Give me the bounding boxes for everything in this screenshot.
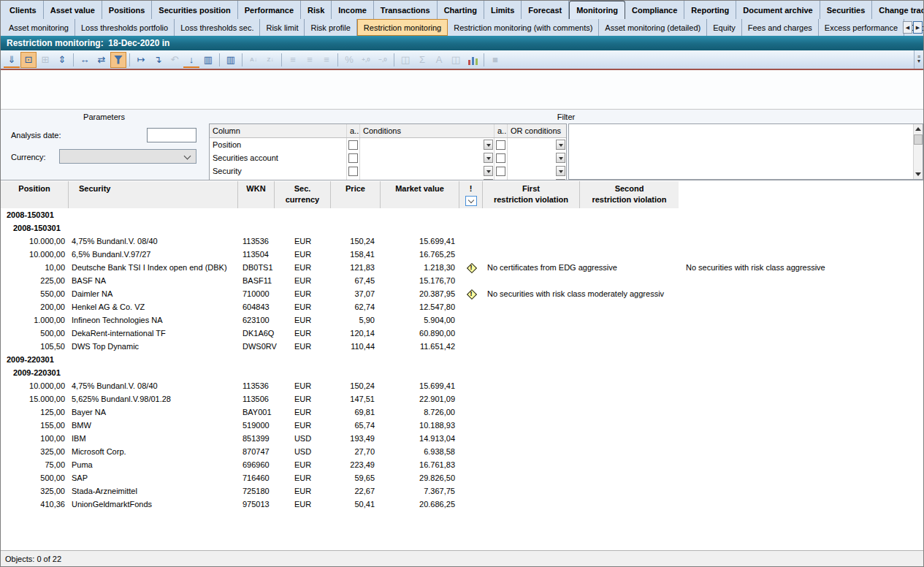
tab-asset-value[interactable]: Asset value: [44, 1, 102, 19]
tab-forecast[interactable]: Forecast: [522, 1, 569, 19]
table-row[interactable]: 500,00SAP716460EUR59,6529.826,50: [1, 471, 923, 484]
table-row[interactable]: 125,00Bayer NABAY001EUR69,818.726,00: [1, 406, 923, 419]
table-row[interactable]: 1.000,00Infineon Technologies NA623100EU…: [1, 313, 923, 327]
header-warning[interactable]: !: [459, 181, 483, 208]
filter-col-column: Column: [210, 124, 347, 137]
table-row[interactable]: 10,00Deutsche Bank TSI I Index open end …: [1, 261, 923, 274]
checkbox[interactable]: [496, 153, 505, 163]
tab-charting[interactable]: Charting: [438, 1, 484, 19]
dropdown-arrow-icon[interactable]: [556, 153, 565, 163]
tab-change-tracking[interactable]: Change tracking: [872, 1, 924, 19]
group-row[interactable]: 2008-150301: [1, 221, 923, 235]
group-row[interactable]: 2009-220301: [1, 353, 923, 366]
dropdown-arrow-icon[interactable]: [484, 140, 493, 150]
shift-down-icon[interactable]: ↴: [150, 52, 166, 68]
checkbox[interactable]: [496, 167, 505, 176]
drilldown-icon[interactable]: ↓: [183, 53, 199, 68]
freeze-columns-icon[interactable]: ▥: [223, 52, 239, 68]
scroll-down-icon[interactable]: [914, 170, 923, 179]
table-row[interactable]: 15.000,005,625% Bundanl.V.98/01.28113506…: [1, 392, 923, 406]
table-row[interactable]: 410,36UnionGeldmarktFonds975013EUR50,412…: [1, 498, 923, 511]
table-row[interactable]: 500,00DekaRent-international TFDK1A6QEUR…: [1, 327, 923, 340]
checkbox[interactable]: [348, 167, 358, 176]
auto-size-icon[interactable]: ↔: [77, 52, 93, 68]
tab-monitoring[interactable]: Monitoring: [569, 1, 625, 19]
header-price[interactable]: Price: [331, 181, 381, 208]
cell-price: 27,70: [331, 445, 375, 458]
scroll-up-icon[interactable]: [914, 124, 923, 134]
table-row[interactable]: 325,00Microsoft Corp.870747USD27,706.938…: [1, 445, 923, 458]
swap-icon[interactable]: ⇄: [93, 52, 110, 68]
table-row[interactable]: 10.000,004,75% Bundanl.V. 08/40113536EUR…: [1, 379, 923, 392]
subtab-fees-and-charges[interactable]: Fees and charges: [742, 19, 819, 36]
table-row[interactable]: 200,00Henkel AG & Co. VZ604843EUR62,7412…: [1, 300, 923, 313]
dropdown-arrow-icon[interactable]: [556, 166, 565, 176]
export-icon[interactable]: ⇓: [4, 53, 20, 68]
subtab-restriction-monitoring-with-comments[interactable]: Restriction monitoring (with comments): [448, 19, 599, 36]
header-second-violation[interactable]: Secondrestriction violation: [580, 181, 679, 208]
hierarchy-icon[interactable]: ▥: [200, 52, 216, 68]
table-row[interactable]: 100,00IBM851399USD193,4914.913,04: [1, 432, 923, 445]
group-row[interactable]: 2009-220301: [1, 366, 923, 379]
dropdown-arrow-icon[interactable]: [484, 166, 493, 176]
tab-positions[interactable]: Positions: [102, 1, 153, 19]
checkbox[interactable]: [348, 140, 358, 150]
tab-limits[interactable]: Limits: [484, 1, 522, 19]
subtab-risk-limit[interactable]: Risk limit: [260, 19, 305, 36]
header-position[interactable]: Position: [1, 181, 69, 208]
chart-icon[interactable]: [465, 52, 481, 68]
subtab-loss-thresholds-portfolio[interactable]: Loss thresholds portfolio: [75, 19, 175, 36]
filter-icon[interactable]: [110, 52, 126, 68]
scrollbar-thumb[interactable]: [914, 134, 923, 145]
subtab-asset-monitoring[interactable]: Asset monitoring: [3, 19, 75, 36]
header-sec-currency[interactable]: Sec.currency: [275, 181, 331, 208]
dropdown-arrow-icon[interactable]: [556, 140, 565, 150]
tab-risk[interactable]: Risk: [301, 1, 332, 19]
table-row[interactable]: 10.000,006,5% Bundanl.V.97/27113504EUR15…: [1, 248, 923, 261]
tab-securities-position[interactable]: Securities position: [152, 1, 237, 19]
table-row[interactable]: 325,00Stada-Arzneimittel725180EUR22,677.…: [1, 484, 923, 498]
filter-scrollbar[interactable]: [913, 124, 923, 179]
table-row[interactable]: 75,00Puma696960EUR223,4916.761,83: [1, 458, 923, 471]
tab-reporting[interactable]: Reporting: [684, 1, 736, 19]
tab-compliance[interactable]: Compliance: [625, 1, 684, 19]
expand-rows-icon[interactable]: ⇕: [54, 52, 70, 68]
header-wkn[interactable]: WKN: [238, 181, 275, 208]
subtab-restriction-monitoring[interactable]: Restriction monitoring: [357, 19, 448, 36]
cell-currency: EUR: [275, 471, 331, 484]
tab-performance[interactable]: Performance: [238, 1, 301, 19]
tab-document-archive[interactable]: Document archive: [736, 1, 820, 19]
subtab-excess-performance[interactable]: Excess performance: [819, 19, 904, 36]
tab-securities[interactable]: Securities: [820, 1, 873, 19]
tab-income[interactable]: Income: [332, 1, 374, 19]
subtab-loss-thresholds-sec[interactable]: Loss thresholds sec.: [175, 19, 260, 36]
toolbar-overflow-button[interactable]: [914, 50, 923, 69]
subtab-equity[interactable]: Equity: [707, 19, 742, 36]
cell-currency: EUR: [275, 392, 331, 406]
table-row[interactable]: 225,00BASF NABASF11EUR67,4515.176,70: [1, 274, 923, 287]
shift-right-icon[interactable]: ↦: [133, 52, 149, 68]
group-row[interactable]: 2008-150301: [1, 208, 923, 221]
stop-icon: ■: [487, 52, 503, 68]
table-row[interactable]: 550,00Daimler NA710000EUR37,0720.387,95!…: [1, 287, 923, 300]
checkbox[interactable]: [348, 153, 358, 163]
subtab-risk-profile[interactable]: Risk profile: [305, 19, 356, 36]
tab-clients[interactable]: Clients: [3, 1, 44, 19]
header-security[interactable]: Security: [69, 181, 238, 208]
dropdown-arrow-icon[interactable]: [484, 153, 493, 163]
analysis-date-input[interactable]: [147, 128, 196, 142]
scroll-right-button[interactable]: ▶: [913, 21, 923, 34]
header-first-violation[interactable]: Firstrestriction violation: [483, 181, 580, 208]
table-row[interactable]: 105,50DWS Top DynamicDWS0RVEUR110,4411.6…: [1, 340, 923, 353]
subtab-asset-monitoring-detailed[interactable]: Asset monitoring (detailed): [599, 19, 707, 36]
header-market-value[interactable]: Market value: [381, 181, 459, 208]
table-row[interactable]: 155,00BMW519000EUR65,7410.188,93: [1, 419, 923, 432]
cell-currency: EUR: [275, 248, 331, 261]
warning-filter-dropdown[interactable]: [465, 196, 477, 206]
table-row[interactable]: 10.000,004,75% Bundanl.V. 08/40113536EUR…: [1, 235, 923, 248]
checkbox[interactable]: [496, 140, 505, 150]
tab-transactions[interactable]: Transactions: [374, 1, 438, 19]
fit-view-icon[interactable]: ⊡: [20, 52, 37, 68]
scroll-left-button[interactable]: ◀: [903, 21, 912, 34]
sort-asc-icon: A↓: [245, 52, 261, 68]
